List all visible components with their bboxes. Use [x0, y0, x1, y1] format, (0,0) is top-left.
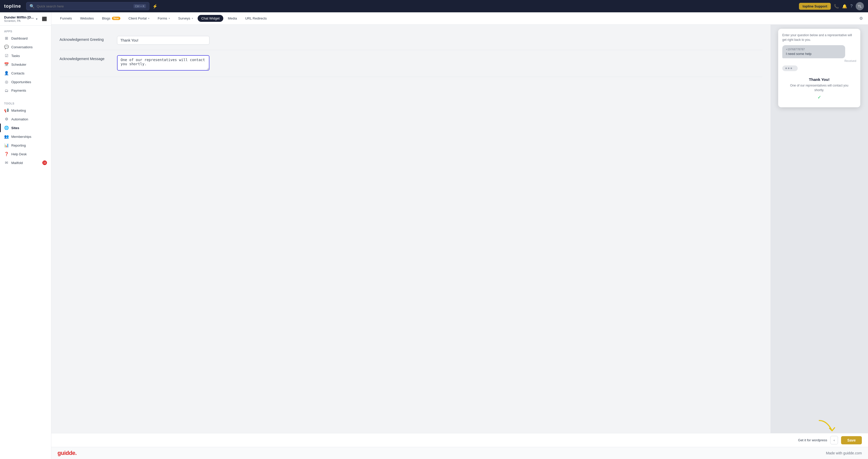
sidebar-item-label: Opportunities — [11, 80, 31, 84]
typing-dot-2 — [788, 67, 789, 69]
sidebar-item-label: Automation — [11, 117, 28, 121]
bottom-bar: Get it for wordpress ‹ Save — [51, 433, 868, 447]
sidebar-item-contacts[interactable]: 👤 Contacts — [0, 69, 51, 78]
sidebar-collapse-icon[interactable]: ⬛ — [42, 17, 47, 21]
ack-title: Thank You! — [786, 77, 852, 82]
sidebar-item-label: Help Desk — [11, 152, 27, 156]
search-input[interactable] — [37, 4, 131, 8]
sidebar-item-mailfold[interactable]: ✉ Mailfold 33 — [0, 158, 51, 167]
save-button[interactable]: Save — [841, 436, 862, 445]
prev-button[interactable]: ‹ — [830, 436, 838, 445]
sidebar-item-label: Tasks — [11, 54, 20, 58]
phone-icon[interactable]: 📞 — [834, 4, 839, 9]
sidebar-item-memberships[interactable]: 👥 Memberships — [0, 132, 51, 141]
guidde-tagline: Made with guidde.com — [826, 451, 862, 455]
tab-url-redirects[interactable]: URL Redirects — [242, 15, 270, 22]
helpdesk-icon: ❓ — [4, 152, 9, 156]
help-icon[interactable]: ? — [850, 4, 852, 8]
avatar[interactable]: TL — [856, 2, 864, 10]
sidebar-item-dashboard[interactable]: ⊞ Dashboard — [0, 34, 51, 42]
topbar-logo: topline — [4, 4, 21, 9]
scheduler-icon: 📅 — [4, 62, 9, 67]
topbar-right: topline Support 📞 🔔 ? TL — [799, 2, 864, 10]
message-label: Acknowledgement Message — [60, 55, 111, 61]
sidebar-item-label: Reporting — [11, 144, 26, 147]
contacts-icon: 👤 — [4, 71, 9, 75]
sidebar-item-helpdesk[interactable]: ❓ Help Desk — [0, 150, 51, 158]
sidebar-item-label: Marketing — [11, 109, 26, 113]
memberships-icon: 👥 — [4, 134, 9, 139]
sidebar-item-label: Payments — [11, 89, 26, 92]
typing-dot-3 — [790, 67, 792, 69]
tab-surveys[interactable]: Surveys ▾ — [175, 15, 196, 22]
forms-chevron-icon: ▾ — [168, 17, 170, 20]
dashboard-icon: ⊞ — [4, 36, 9, 40]
message-textarea[interactable]: One of our representatives will contact … — [117, 55, 210, 70]
greeting-field — [117, 36, 210, 45]
apps-label: Apps — [0, 29, 51, 34]
sidebar-item-sites[interactable]: 🌐 Sites — [0, 123, 51, 132]
ack-card: Thank You! One of our representatives wi… — [782, 74, 856, 103]
sidebar-item-opportunities[interactable]: ◎ Opportunities — [0, 78, 51, 86]
lightning-icon[interactable]: ⚡ — [152, 4, 158, 9]
greeting-input[interactable] — [117, 36, 210, 45]
typing-dot-1 — [785, 67, 787, 69]
sidebar-item-scheduler[interactable]: 📅 Scheduler — [0, 60, 51, 69]
opportunities-icon: ◎ — [4, 80, 9, 84]
tab-websites[interactable]: Websites — [76, 15, 97, 22]
sidebar-item-label: Sites — [11, 126, 19, 130]
sidebar-item-payments[interactable]: 🗂 Payments — [0, 86, 51, 95]
ack-message: One of our representatives will contact … — [786, 83, 852, 92]
tools-section: Tools 📢 Marketing ⚙ Automation 🌐 Sites 👥… — [0, 98, 51, 170]
search-shortcut: Ctrl + K — [133, 4, 146, 8]
payments-icon: 🗂 — [4, 88, 9, 93]
company-location: Scranton, PA — [4, 19, 34, 22]
company-chevron-icon[interactable]: ▾ — [36, 17, 37, 21]
message-row: Acknowledgement Message One of our repre… — [60, 50, 762, 77]
sites-icon: 🌐 — [4, 125, 9, 130]
automation-icon: ⚙ — [4, 117, 9, 121]
sidebar-item-label: Mailfold — [11, 161, 23, 165]
surveys-chevron-icon: ▾ — [192, 17, 193, 20]
chat-received-label: Received — [782, 59, 856, 62]
sidebar-item-label: Memberships — [11, 135, 31, 139]
blogs-badge: New — [112, 17, 120, 20]
reporting-icon: 📊 — [4, 143, 9, 148]
sidebar-item-tasks[interactable]: ☑ Tasks — [0, 51, 51, 60]
guidde-logo: guidde. — [58, 450, 77, 456]
client-portal-chevron-icon: ▾ — [148, 17, 149, 20]
sidebar-header: Dunder Mifflin [D... Scranton, PA ▾ ⬛ — [0, 12, 51, 26]
chat-preview: Enter your question below and a represen… — [778, 29, 860, 107]
tab-funnels[interactable]: Funnels — [57, 15, 75, 22]
main-body: Acknowledgement Greeting Acknowledgement… — [51, 25, 868, 433]
content-area: Funnels Websites Blogs New Client Portal… — [51, 12, 868, 459]
sidebar-item-label: Dashboard — [11, 36, 28, 40]
sidebar-item-label: Contacts — [11, 71, 24, 75]
company-name: Dunder Mifflin [D... — [4, 16, 34, 19]
greeting-label: Acknowledgement Greeting — [60, 36, 111, 41]
chat-bubble: +19768778787 I need some help — [782, 45, 845, 58]
chat-message-wrapper: +19768778787 I need some help Received — [782, 45, 856, 62]
get-wordpress-label: Get it for wordpress — [798, 438, 827, 442]
sidebar-item-conversations[interactable]: 💬 Conversations — [0, 42, 51, 51]
tab-client-portal[interactable]: Client Portal ▾ — [125, 15, 153, 22]
message-field: One of our representatives will contact … — [117, 55, 210, 72]
sidebar-item-label: Scheduler — [11, 63, 26, 66]
search-box: 🔍 Ctrl + K — [26, 2, 149, 10]
tab-blogs[interactable]: Blogs New — [98, 15, 124, 22]
sidebar: Dunder Mifflin [D... Scranton, PA ▾ ⬛ Ap… — [0, 12, 51, 459]
sidebar-item-marketing[interactable]: 📢 Marketing — [0, 106, 51, 115]
settings-icon[interactable]: ⚙ — [859, 16, 863, 21]
sidebar-item-automation[interactable]: ⚙ Automation — [0, 115, 51, 123]
tab-media[interactable]: Media — [224, 15, 241, 22]
bell-icon[interactable]: 🔔 — [842, 4, 847, 9]
support-button[interactable]: topline Support — [799, 3, 831, 10]
sidebar-item-reporting[interactable]: 📊 Reporting — [0, 141, 51, 150]
main-layout: Dunder Mifflin [D... Scranton, PA ▾ ⬛ Ap… — [0, 12, 868, 459]
apps-section: Apps ⊞ Dashboard 💬 Conversations ☑ Tasks… — [0, 26, 51, 98]
preview-panel: Enter your question below and a represen… — [771, 25, 868, 433]
chat-intro-text: Enter your question below and a represen… — [782, 33, 856, 42]
tab-chat-widget[interactable]: Chat Widget — [197, 15, 223, 22]
mailfold-icon: ✉ — [4, 160, 9, 165]
tab-forms[interactable]: Forms ▾ — [154, 15, 174, 22]
